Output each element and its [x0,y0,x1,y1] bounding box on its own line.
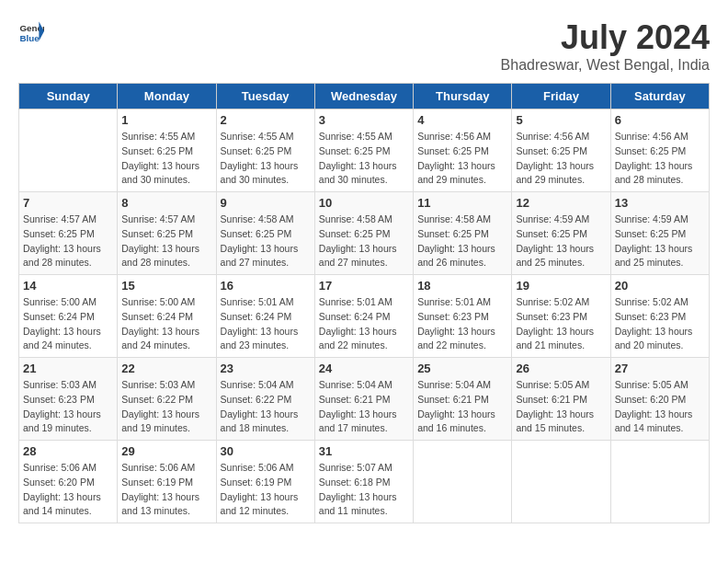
main-title: July 2024 [501,18,710,57]
day-number: 20 [615,279,705,293]
day-info: Sunrise: 5:06 AM Sunset: 6:20 PM Dayligh… [23,461,113,519]
subtitle: Bhadreswar, West Bengal, India [501,57,710,74]
day-number: 27 [615,362,705,375]
day-info: Sunrise: 5:01 AM Sunset: 6:23 PM Dayligh… [417,295,507,353]
day-info: Sunrise: 5:02 AM Sunset: 6:23 PM Dayligh… [615,295,705,353]
day-number: 21 [23,362,113,375]
calendar-cell: 12Sunrise: 4:59 AM Sunset: 6:25 PM Dayli… [512,192,610,275]
calendar-cell: 14Sunrise: 5:00 AM Sunset: 6:24 PM Dayli… [19,275,118,358]
day-info: Sunrise: 4:55 AM Sunset: 6:25 PM Dayligh… [121,130,211,188]
day-info: Sunrise: 4:56 AM Sunset: 6:25 PM Dayligh… [615,130,705,188]
calendar-cell: 3Sunrise: 4:55 AM Sunset: 6:25 PM Daylig… [314,109,413,192]
day-number: 12 [516,196,606,210]
day-info: Sunrise: 4:56 AM Sunset: 6:25 PM Dayligh… [417,130,507,188]
day-info: Sunrise: 4:55 AM Sunset: 6:25 PM Dayligh… [319,130,409,188]
day-number: 15 [121,279,211,293]
calendar-cell [414,441,512,523]
day-number: 3 [319,113,409,127]
day-info: Sunrise: 4:58 AM Sunset: 6:25 PM Dayligh… [319,213,409,270]
calendar-cell: 11Sunrise: 4:58 AM Sunset: 6:25 PM Dayli… [414,192,512,275]
day-number: 28 [23,444,113,458]
day-info: Sunrise: 5:06 AM Sunset: 6:19 PM Dayligh… [121,461,211,519]
day-info: Sunrise: 4:57 AM Sunset: 6:25 PM Dayligh… [121,213,211,270]
day-number: 26 [516,362,606,375]
week-row-4: 28Sunrise: 5:06 AM Sunset: 6:20 PM Dayli… [19,441,710,523]
header-row: SundayMondayTuesdayWednesdayThursdayFrid… [19,84,710,109]
svg-text:Blue: Blue [19,33,40,43]
calendar-cell: 8Sunrise: 4:57 AM Sunset: 6:25 PM Daylig… [118,192,216,275]
title-section: July 2024 Bhadreswar, West Bengal, India [501,18,710,74]
calendar-cell: 31Sunrise: 5:07 AM Sunset: 6:18 PM Dayli… [314,441,413,523]
day-number: 18 [417,279,507,293]
day-info: Sunrise: 5:04 AM Sunset: 6:21 PM Dayligh… [319,378,409,436]
day-number: 29 [121,444,211,458]
day-info: Sunrise: 5:01 AM Sunset: 6:24 PM Dayligh… [221,295,311,353]
calendar-cell: 5Sunrise: 4:56 AM Sunset: 6:25 PM Daylig… [512,109,610,192]
calendar-cell: 30Sunrise: 5:06 AM Sunset: 6:19 PM Dayli… [216,441,314,523]
day-number: 24 [319,362,409,375]
logo: General Blue [18,18,44,44]
header-day-monday: Monday [118,84,216,109]
week-row-1: 7Sunrise: 4:57 AM Sunset: 6:25 PM Daylig… [19,192,710,275]
header-day-saturday: Saturday [610,84,709,109]
day-number: 6 [615,113,705,127]
day-info: Sunrise: 4:58 AM Sunset: 6:25 PM Dayligh… [221,213,311,270]
calendar-cell: 29Sunrise: 5:06 AM Sunset: 6:19 PM Dayli… [118,441,216,523]
day-info: Sunrise: 5:03 AM Sunset: 6:22 PM Dayligh… [121,378,211,436]
calendar-cell: 22Sunrise: 5:03 AM Sunset: 6:22 PM Dayli… [118,358,216,441]
calendar-cell: 6Sunrise: 4:56 AM Sunset: 6:25 PM Daylig… [610,109,709,192]
calendar-header: SundayMondayTuesdayWednesdayThursdayFrid… [19,84,710,109]
day-info: Sunrise: 5:06 AM Sunset: 6:19 PM Dayligh… [221,461,311,519]
day-number: 8 [121,196,211,210]
day-info: Sunrise: 5:05 AM Sunset: 6:21 PM Dayligh… [516,378,606,436]
calendar-body: 1Sunrise: 4:55 AM Sunset: 6:25 PM Daylig… [19,109,710,523]
day-number: 9 [221,196,311,210]
day-number: 19 [516,279,606,293]
day-info: Sunrise: 5:05 AM Sunset: 6:20 PM Dayligh… [615,378,705,436]
calendar-cell: 2Sunrise: 4:55 AM Sunset: 6:25 PM Daylig… [216,109,314,192]
calendar-cell: 28Sunrise: 5:06 AM Sunset: 6:20 PM Dayli… [19,441,118,523]
day-number: 4 [417,113,507,127]
calendar-cell: 21Sunrise: 5:03 AM Sunset: 6:23 PM Dayli… [19,358,118,441]
day-info: Sunrise: 5:00 AM Sunset: 6:24 PM Dayligh… [23,295,113,353]
calendar-cell: 25Sunrise: 5:04 AM Sunset: 6:21 PM Dayli… [414,358,512,441]
day-info: Sunrise: 4:57 AM Sunset: 6:25 PM Dayligh… [23,213,113,270]
day-info: Sunrise: 4:59 AM Sunset: 6:25 PM Dayligh… [615,213,705,270]
header-day-sunday: Sunday [19,84,118,109]
day-number: 10 [319,196,409,210]
day-info: Sunrise: 5:04 AM Sunset: 6:22 PM Dayligh… [221,378,311,436]
calendar-cell: 19Sunrise: 5:02 AM Sunset: 6:23 PM Dayli… [512,275,610,358]
calendar-cell: 24Sunrise: 5:04 AM Sunset: 6:21 PM Dayli… [314,358,413,441]
day-info: Sunrise: 4:59 AM Sunset: 6:25 PM Dayligh… [516,213,606,270]
calendar-cell: 7Sunrise: 4:57 AM Sunset: 6:25 PM Daylig… [19,192,118,275]
day-info: Sunrise: 5:02 AM Sunset: 6:23 PM Dayligh… [516,295,606,353]
calendar-cell: 17Sunrise: 5:01 AM Sunset: 6:24 PM Dayli… [314,275,413,358]
calendar-cell [19,109,118,192]
page-header: General Blue July 2024 Bhadreswar, West … [18,18,710,74]
calendar-cell: 18Sunrise: 5:01 AM Sunset: 6:23 PM Dayli… [414,275,512,358]
day-info: Sunrise: 5:03 AM Sunset: 6:23 PM Dayligh… [23,378,113,436]
calendar-cell: 13Sunrise: 4:59 AM Sunset: 6:25 PM Dayli… [610,192,709,275]
calendar-cell [610,441,709,523]
week-row-0: 1Sunrise: 4:55 AM Sunset: 6:25 PM Daylig… [19,109,710,192]
header-day-wednesday: Wednesday [314,84,413,109]
day-number: 2 [221,113,311,127]
calendar-cell: 20Sunrise: 5:02 AM Sunset: 6:23 PM Dayli… [610,275,709,358]
calendar-cell: 16Sunrise: 5:01 AM Sunset: 6:24 PM Dayli… [216,275,314,358]
day-info: Sunrise: 4:55 AM Sunset: 6:25 PM Dayligh… [221,130,311,188]
logo-icon: General Blue [18,18,44,44]
week-row-2: 14Sunrise: 5:00 AM Sunset: 6:24 PM Dayli… [19,275,710,358]
week-row-3: 21Sunrise: 5:03 AM Sunset: 6:23 PM Dayli… [19,358,710,441]
calendar-cell [512,441,610,523]
day-number: 22 [121,362,211,375]
day-number: 13 [615,196,705,210]
calendar-cell: 9Sunrise: 4:58 AM Sunset: 6:25 PM Daylig… [216,192,314,275]
calendar-cell: 26Sunrise: 5:05 AM Sunset: 6:21 PM Dayli… [512,358,610,441]
day-info: Sunrise: 5:01 AM Sunset: 6:24 PM Dayligh… [319,295,409,353]
day-number: 31 [319,444,409,458]
header-day-thursday: Thursday [414,84,512,109]
day-number: 16 [221,279,311,293]
day-info: Sunrise: 4:58 AM Sunset: 6:25 PM Dayligh… [417,213,507,270]
calendar-cell: 23Sunrise: 5:04 AM Sunset: 6:22 PM Dayli… [216,358,314,441]
day-number: 30 [221,444,311,458]
